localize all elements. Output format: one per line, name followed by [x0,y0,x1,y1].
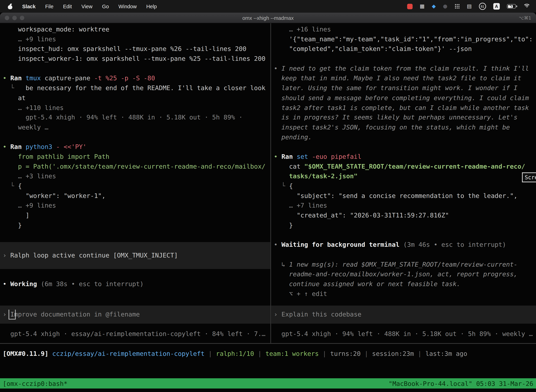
prompt-input-left[interactable]: › Improve documentation in @filename [0,306,270,324]
status-divider [0,343,536,344]
terminal-line: task2 after task1 is complete, but can I… [274,103,536,113]
input-source-icon[interactable]: A [493,3,500,9]
terminal-line: › Ralph loop active continue [OMX_TMUX_I… [3,251,270,261]
dots-grid-icon[interactable] [455,4,460,9]
text-segment: ] [3,212,29,219]
text-segment: cczip/essay/ai-reimplementation-copyleft [52,350,205,357]
terminal-line: "subject": "send a concise recommendatio… [274,191,536,201]
text-segment: mprove documentation in @filename [14,311,140,318]
text-segment: | [414,350,425,357]
terminal-line: ⌥ + ↑ edit [274,289,536,299]
session-footer-left: gpt-5.4 xhigh · essay/ai-reimplementatio… [3,329,270,339]
text-segment: is in progress? It seems likely but perh… [274,114,517,121]
screen-recording-icon[interactable] [407,4,412,9]
apple-menu-icon[interactable] [8,3,13,9]
text-segment: … +16 lines [274,26,331,33]
terminal-line: • Ran set -euo pipefail [274,152,536,162]
zoom-button[interactable] [20,16,24,20]
clipped-tooltip: Scre [522,173,536,182]
text-segment: '{"team_name":"my-team","task_id":"1","f… [274,36,533,43]
wifi-icon[interactable] [523,3,531,9]
menu-window[interactable]: Window [119,3,137,9]
working-status-line: • Working (6m 38s • esc to interrupt) [3,279,270,289]
terminal-line: from pathlib import Path [3,152,270,162]
text-segment: … +7 lines [274,202,327,209]
window-grid-icon[interactable]: ▦ [420,4,425,9]
text-segment: ralph:1/10 [216,350,254,357]
text-segment: be necessary for the end of the README. … [25,84,265,92]
text-segment: ⌥ + ↑ edit [274,290,327,297]
blue-app-icon[interactable]: ◆ [432,4,436,9]
minimize-button[interactable] [12,16,17,20]
text-segment: … +3 lines [3,173,56,180]
text-segment: workspace_mode: worktree [3,26,109,33]
terminal-line: "created_at": "2026-03-31T11:59:27.816Z" [274,211,536,221]
terminal-line: inspect_hud: omx sparkshell --tmux-pane … [3,44,270,54]
window-shortcut: ⌥⌘1 [519,13,531,23]
text-segment: (3m 46s • esc to interrupt) [403,241,506,248]
prompt-input-right[interactable]: › Explain this codebase [271,306,536,324]
text-segment: last:3m ago [425,350,467,357]
text-segment: • [3,75,10,82]
terminal-line [274,142,536,152]
terminal-line: } [274,220,536,230]
terminal-line [274,54,536,64]
menu-app-name[interactable]: Slack [22,3,36,9]
window-titlebar[interactable]: omx --xhigh --madmax ⌥⌘1 [0,13,536,23]
terminal-line: … +16 lines [274,25,536,34]
text-segment: | [361,350,372,357]
text-segment: readme-and-reco/mailbox/worker-1.json, a… [274,271,517,278]
terminal-line: • Ran tmux capture-pane -t %25 -p -S -80 [3,74,270,84]
text-segment: session:23m [372,350,414,357]
terminal-line: tasks/task-2.json" [274,171,536,181]
text-segment: at [3,94,26,101]
text-segment: └ [3,84,26,92]
terminal-line [3,64,270,74]
tmux-pane-right[interactable]: … +16 lines '{"team_name":"my-team","tas… [271,23,536,343]
close-button[interactable] [5,16,9,20]
dark-app-icon[interactable]: ● [443,4,447,9]
text-segment: Ralph loop active continue [OMX_TMUX_INJ… [10,252,178,259]
text-segment: "completed","claim_token":"claim-token"}… [274,45,472,52]
text-segment: › [274,311,281,318]
terminal-line: ↳ 1 new msg(s): read $OMX_TEAM_STATE_ROO… [274,260,536,269]
menu-help[interactable]: Help [146,3,157,9]
text-segment: p = Path('.omx/state/team/review-current… [3,163,266,170]
text-segment: └ [3,182,18,190]
terminal-line: "worker": "worker-1", [3,191,270,201]
menu-view[interactable]: View [81,3,92,9]
tmux-pane-left[interactable]: workspace_mode: worktree … +9 lines insp… [0,23,270,343]
battery-percentage-icon[interactable]: 61 [479,3,486,10]
omx-status-line: [OMX#0.11.9] cczip/essay/ai-reimplementa… [3,349,536,359]
text-segment: continue assigned work or next feasible … [274,280,460,288]
terminal-line: … +9 lines [3,201,270,211]
terminal-window: omx --xhigh --madmax ⌥⌘1 workspace_mode:… [0,13,536,392]
terminal-line: • I need to get the claim token from the… [274,64,536,74]
menu-go[interactable]: Go [102,3,109,9]
text-segment: cat [274,163,304,170]
text-segment: turns:20 [330,350,361,357]
input-source-label: A [495,4,498,9]
text-segment: task2 after task1 is complete, but can I… [274,104,529,111]
text-segment: tmux [25,75,41,82]
text-segment: team:1 workers [266,350,319,357]
text-segment [52,143,56,150]
text-segment: keep that in mind. Maybe I also need the… [274,75,521,82]
terminal-line: p = Path('.omx/state/team/review-current… [3,162,270,172]
text-segment: | [254,350,266,357]
menu-file[interactable]: File [45,3,53,9]
tmux-session-label: [omx-cczip0:bash* [3,380,67,387]
terminal-line: … +110 lines [3,103,270,113]
text-segment: [OMX#0.11.9] [3,350,52,357]
menu-edit[interactable]: Edit [63,3,72,9]
text-segment: gpt-5.4 xhigh · 94% left · 488K in · 5.1… [3,114,243,121]
terminal-line: … +9 lines [3,34,270,44]
terminal-line: gpt-5.4 xhigh · essay/ai-reimplementatio… [3,329,270,339]
terminal-line: later. Using the same for transition mig… [274,84,536,93]
battery-icon[interactable]: ϟ [507,4,516,9]
text-segment: • [274,153,281,160]
text-segment: tasks/task-2.json" [274,173,358,180]
terminal-line: └ { [274,181,536,191]
text-segment: › [3,252,10,259]
sidebar-app-icon[interactable]: ▤ [467,4,472,9]
